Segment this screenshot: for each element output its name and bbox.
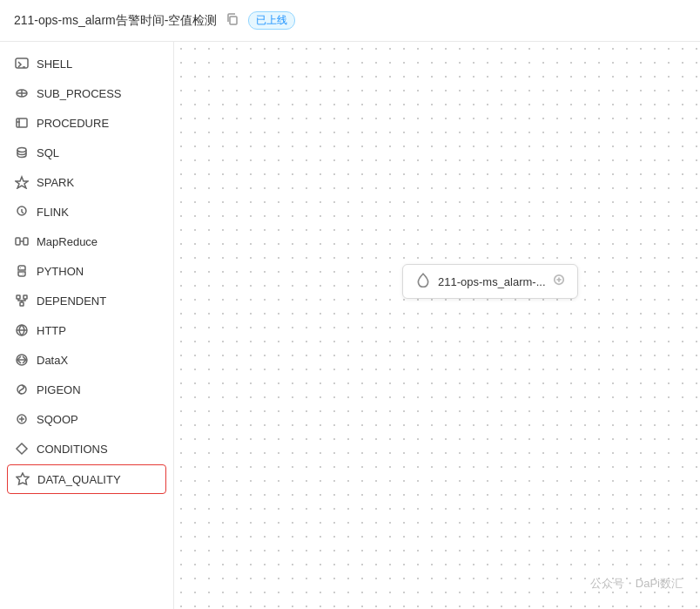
- sidebar-item-procedure[interactable]: PROCEDURE: [0, 108, 173, 138]
- main-layout: SHELL SUB_PROCESS PROCEDURE: [0, 42, 700, 609]
- node-add-button[interactable]: [553, 274, 565, 289]
- sidebar-item-pigeon[interactable]: PIGEON: [0, 375, 173, 404]
- svg-rect-1: [16, 58, 28, 68]
- svg-point-4: [17, 148, 26, 152]
- svg-rect-12: [20, 302, 24, 306]
- copy-icon[interactable]: [225, 12, 239, 30]
- dependent-icon: [14, 293, 30, 308]
- svg-rect-0: [230, 17, 237, 24]
- sidebar-item-conditions[interactable]: CONDITIONS: [0, 434, 173, 464]
- sidebar-item-label: PROCEDURE: [37, 117, 109, 130]
- sidebar-item-dependent[interactable]: DEPENDENT: [0, 286, 173, 315]
- data-quality-icon: [15, 471, 30, 487]
- sidebar-item-label: SQOOP: [37, 413, 78, 426]
- sidebar-item-label: PIGEON: [37, 383, 81, 396]
- sidebar-item-shell[interactable]: SHELL: [0, 49, 173, 78]
- flink-icon: [14, 204, 30, 220]
- svg-marker-5: [16, 177, 28, 188]
- canvas-node[interactable]: 211-ops-ms_alarm-...: [402, 264, 578, 299]
- http-icon: [14, 322, 30, 338]
- sidebar: SHELL SUB_PROCESS PROCEDURE: [0, 42, 174, 609]
- pigeon-icon: [14, 382, 30, 397]
- svg-point-8: [20, 267, 21, 268]
- sidebar-item-http[interactable]: HTTP: [0, 315, 173, 345]
- conditions-icon: [14, 441, 30, 457]
- sidebar-item-label: SQL: [37, 146, 59, 159]
- sidebar-item-sql[interactable]: SQL: [0, 138, 173, 167]
- sidebar-item-spark[interactable]: SPARK: [0, 167, 173, 197]
- mapreduce-icon: [14, 233, 30, 249]
- sidebar-item-label: MapReduce: [37, 235, 98, 248]
- spark-icon: [14, 174, 30, 190]
- procedure-icon: [14, 115, 30, 131]
- sidebar-item-label: FLINK: [37, 206, 69, 219]
- sidebar-item-data-quality[interactable]: DATA_QUALITY: [7, 464, 166, 494]
- sidebar-item-sqoop[interactable]: SQOOP: [0, 404, 173, 434]
- sidebar-item-label: CONDITIONS: [37, 443, 108, 456]
- shell-icon: [14, 56, 30, 71]
- svg-rect-10: [17, 295, 20, 299]
- drop-icon: [415, 272, 431, 291]
- sub-process-icon: [14, 85, 30, 101]
- sidebar-item-label: DEPENDENT: [37, 294, 106, 308]
- node-label: 211-ops-ms_alarm-...: [438, 275, 546, 288]
- python-icon: [14, 263, 30, 279]
- svg-rect-6: [16, 238, 20, 245]
- svg-rect-3: [17, 118, 27, 127]
- sidebar-item-label: SUB_PROCESS: [37, 87, 122, 100]
- sql-icon: [14, 145, 30, 160]
- sidebar-item-label: DataX: [37, 354, 68, 367]
- canvas-area[interactable]: 211-ops-ms_alarm-... 公众号・DaPi数汇: [174, 42, 700, 609]
- sidebar-item-label: SPARK: [37, 176, 74, 189]
- watermark: 公众号・DaPi数汇: [590, 576, 683, 592]
- sidebar-item-label: HTTP: [37, 324, 66, 337]
- sqoop-icon: [14, 411, 30, 427]
- page-title: 211-ops-ms_alarm告警时间-空值检测: [14, 13, 217, 29]
- sidebar-item-label: PYTHON: [37, 265, 84, 278]
- svg-point-9: [23, 274, 24, 274]
- header: 211-ops-ms_alarm告警时间-空值检测 已上线: [0, 0, 700, 42]
- svg-rect-7: [24, 238, 28, 245]
- svg-rect-11: [24, 295, 27, 299]
- sidebar-item-python[interactable]: PYTHON: [0, 256, 173, 286]
- sidebar-item-datax[interactable]: DataX: [0, 345, 173, 375]
- sidebar-item-label: DATA_QUALITY: [37, 473, 121, 486]
- sidebar-item-flink[interactable]: FLINK: [0, 197, 173, 227]
- status-badge: 已上线: [248, 11, 295, 30]
- sidebar-item-label: SHELL: [37, 58, 72, 71]
- sidebar-item-mapreduce[interactable]: MapReduce: [0, 227, 173, 256]
- datax-icon: [14, 352, 30, 368]
- sidebar-item-sub-process[interactable]: SUB_PROCESS: [0, 78, 173, 108]
